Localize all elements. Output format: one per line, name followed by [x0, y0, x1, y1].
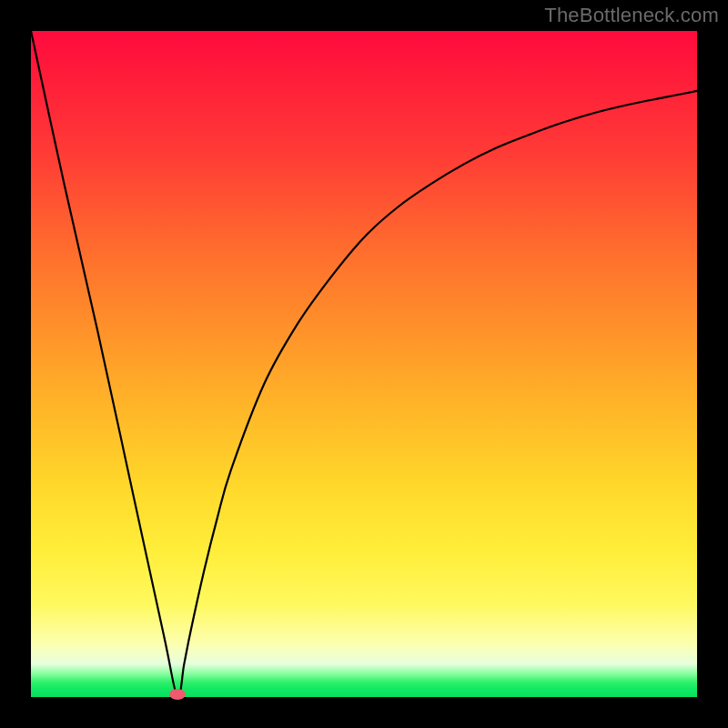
plot-area: [31, 31, 697, 697]
curve-layer: [31, 31, 697, 697]
chart-frame: TheBottleneck.com: [0, 0, 728, 728]
min-point-marker: [169, 689, 186, 700]
bottleneck-curve: [31, 31, 697, 698]
watermark-text: TheBottleneck.com: [544, 4, 719, 27]
